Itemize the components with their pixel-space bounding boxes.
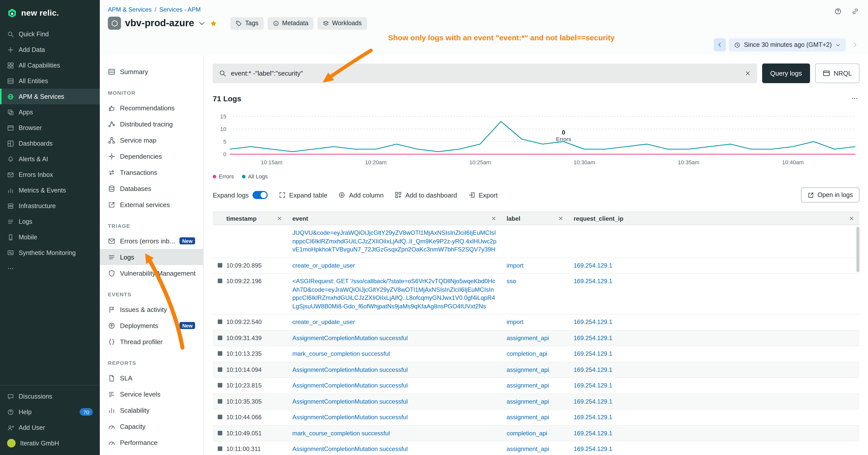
subnav-item-issues-activity[interactable]: Issues & activity [100,301,203,318]
log-event-link[interactable]: AssignmentCompletionMutation successful [292,382,408,389]
log-ip-link[interactable]: 169.254.129.1 [574,398,613,405]
entity-switcher-chevron-icon[interactable] [198,20,206,27]
more-options-button[interactable] [849,95,860,102]
subnav-item-scalability[interactable]: Scalability [100,402,203,418]
sidebar-item-apps[interactable]: Apps [0,104,100,120]
subnav-item-deployments[interactable]: DeploymentsNew [100,318,203,333]
log-ip-link[interactable]: 169.254.129.1 [574,262,613,269]
log-event-link[interactable]: AssignmentCompletionMutation successful [292,414,408,421]
log-ip-link[interactable]: 169.254.129.1 [574,429,613,436]
log-event-link[interactable]: AssignmentCompletionMutation successful [292,334,408,342]
log-row[interactable]: 10:11:00.311 AssignmentCompletionMutatio… [213,442,860,455]
log-ip-link[interactable]: 169.254.129.1 [574,350,613,357]
breadcrumb-services-apm[interactable]: Services - APM [159,6,200,13]
log-row[interactable]: 10:10:23.815 AssignmentCompletionMutatio… [213,378,860,394]
log-label-link[interactable]: sso [506,278,516,285]
new-relic-logo[interactable]: new relic. [0,0,100,23]
help-circle-button[interactable] [832,5,844,17]
expand-logs-toggle[interactable] [252,191,268,199]
subnav-item-service-map[interactable]: Service map [100,132,203,148]
subnav-item-performance[interactable]: Performance [100,434,203,451]
row-handle-icon[interactable] [218,279,222,283]
export-button[interactable]: Export [468,191,498,199]
sidebar-item-all-capabilities[interactable]: All Capabilities [0,58,100,73]
log-ip-link[interactable]: 169.254.129.1 [574,382,613,389]
scrollbar-thumb[interactable] [857,227,860,272]
sidebar-item-synthetic-monitoring[interactable]: Synthetic Monitoring [0,245,100,260]
log-row[interactable]: 10:10:35.305 AssignmentCompletionMutatio… [213,394,860,410]
row-handle-icon[interactable] [218,447,222,451]
log-label-link[interactable]: completion_api [506,429,547,436]
remove-column-icon[interactable] [491,216,496,221]
row-handle-icon[interactable] [218,335,222,340]
add-to-dashboard-button[interactable]: Add to dashboard [395,191,457,199]
legend-all-logs[interactable]: All Logs [242,173,268,180]
logs-volume-chart[interactable]: 05101510:15am10:20am10:25am10:30am10:35a… [213,105,860,172]
column-header-timestamp[interactable]: timestamp [213,212,287,225]
row-handle-icon[interactable] [218,430,222,435]
subnav-item-sla[interactable]: SLA [100,370,203,386]
favorite-star-icon[interactable] [210,20,217,27]
sidebar-item-alerts-ai[interactable]: Alerts & AI [0,151,100,167]
column-header-label[interactable]: label [501,212,568,225]
logs-query-box[interactable] [213,64,757,83]
sidebar-item-add-data[interactable]: Add Data [0,42,100,58]
row-handle-icon[interactable] [218,383,222,388]
sidebar-item-browser[interactable]: Browser [0,120,100,135]
subnav-item-external-services[interactable]: External services [100,196,203,213]
row-handle-icon[interactable] [218,415,222,419]
breadcrumb-apm-services[interactable]: APM & Services [108,6,152,13]
row-handle-icon[interactable] [218,367,222,371]
copy-permalink-button[interactable] [849,5,861,17]
sidebar-item-more[interactable] [0,260,100,276]
expand-table-button[interactable]: Expand table [279,191,328,199]
subnav-item-recommendations[interactable]: Recommendations [100,100,203,116]
subnav-item-thread-profiler[interactable]: Thread profiler [100,333,203,350]
sidebar-item-account[interactable]: Iterativ GmbH [0,435,100,451]
log-row[interactable]: 10:10:14.094 AssignmentCompletionMutatio… [213,362,860,378]
log-label-link[interactable]: import [506,262,524,269]
sidebar-item-errors-inbox[interactable]: Errors Inbox [0,167,100,183]
sidebar-item-all-entities[interactable]: All Entities [0,73,100,89]
log-event-link[interactable]: JUQVU&code=eyJraWQiOiJjcGltY29yZV8wOTl1M… [292,229,496,253]
remove-column-icon[interactable] [849,216,855,221]
time-forward-button[interactable] [849,39,861,51]
table-scrollbar[interactable] [857,227,860,408]
log-row[interactable]: 10:09:31.439 AssignmentCompletionMutatio… [213,330,860,346]
subnav-item-capacity[interactable]: Capacity [100,418,203,434]
log-event-link[interactable]: create_or_update_user [292,319,355,325]
sidebar-item-add-user[interactable]: Add User [0,420,100,435]
subnav-item-transactions[interactable]: Transactions [100,164,203,181]
column-header-event[interactable]: event [287,212,501,225]
time-range-button[interactable]: Since 30 minutes ago (GMT+2) [729,38,846,52]
remove-column-icon[interactable] [277,216,282,221]
nrql-button[interactable]: NRQL [815,64,860,83]
open-in-logs-button[interactable]: Open in logs [801,188,860,202]
subnav-item-databases[interactable]: Databases [100,181,203,196]
log-label-link[interactable]: assignment_api [506,366,549,373]
sidebar-item-help[interactable]: Help70 [0,404,100,420]
log-label-link[interactable]: assignment_api [506,398,549,405]
subnav-item-logs[interactable]: Logs [100,249,203,265]
remove-column-icon[interactable] [558,216,563,221]
sidebar-item-apm-services[interactable]: APM & Services [0,89,100,104]
sidebar-item-quick-find[interactable]: Quick Find [0,26,100,42]
log-ip-link[interactable]: 169.254.129.1 [574,278,613,285]
log-row[interactable]: 10:09:20.895 create_or_update_user impor… [213,258,860,273]
log-row[interactable]: JUQVU&code=eyJraWQiOiJjcGltY29yZV8wOTl1M… [213,225,860,258]
subnav-item-summary[interactable]: Summary [100,64,203,79]
clear-query-icon[interactable] [744,70,751,76]
metadata-button[interactable]: Metadata [268,17,313,30]
subnav-item-vulnerability-management[interactable]: Vulnerability Management [100,265,203,281]
log-ip-link[interactable]: 169.254.129.1 [574,319,613,325]
tags-button[interactable]: Tags [230,17,264,30]
log-ip-link[interactable]: 169.254.129.1 [574,366,613,373]
sidebar-item-logs[interactable]: Logs [0,214,100,229]
log-ip-link[interactable]: 169.254.129.1 [574,334,613,342]
row-handle-icon[interactable] [218,351,222,356]
subnav-item-service-levels[interactable]: Service levels [100,386,203,402]
row-handle-icon[interactable] [218,263,222,267]
log-event-link[interactable]: create_or_update_user [292,262,355,269]
subnav-item-errors-inbox[interactable]: Errors (errors inb...New [100,233,203,249]
log-ip-link[interactable]: 169.254.129.1 [574,446,613,453]
